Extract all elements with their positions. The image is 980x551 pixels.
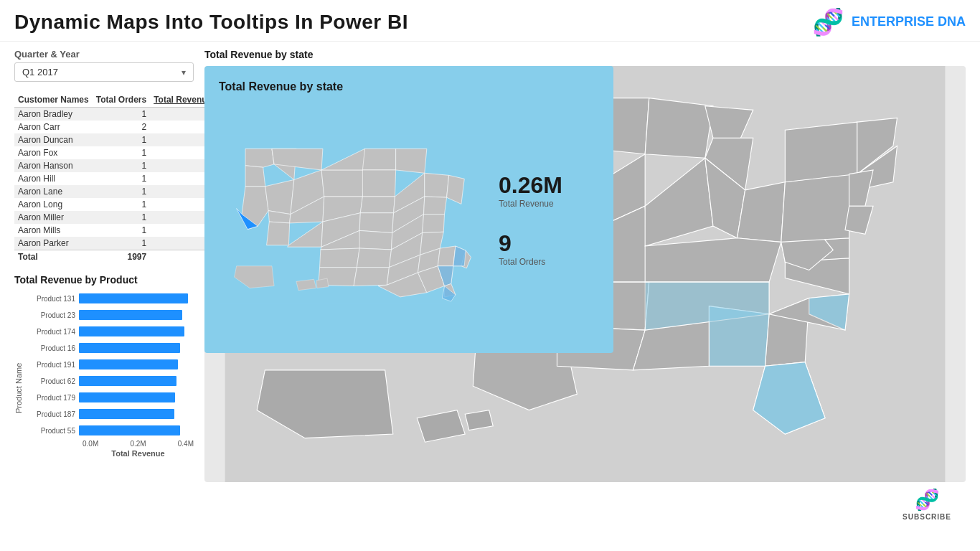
- bar-row: Product 62: [27, 374, 194, 388]
- order-count: 2: [93, 121, 150, 133]
- bar-track: [79, 425, 194, 435]
- col-customer-names: Customer Names: [14, 93, 93, 108]
- map-container: Total Revenue by state: [204, 66, 966, 482]
- svg-marker-40: [785, 122, 857, 182]
- x-label-0: 0.0M: [83, 440, 98, 448]
- bar-row: Product 179: [27, 390, 194, 405]
- header: Dynamic Maps Into Tooltips In Power BI 🧬…: [0, 0, 980, 42]
- tooltip-title: Total Revenue by state: [219, 80, 599, 93]
- table-row: Aaron Carr 2: [14, 121, 227, 133]
- bar-fill: [79, 293, 188, 303]
- table-total-row: Total 1997: [14, 250, 227, 264]
- svg-marker-54: [245, 166, 265, 187]
- page-title: Dynamic Maps Into Tooltips In Power BI: [14, 11, 408, 34]
- svg-marker-72: [359, 213, 393, 233]
- svg-marker-70: [362, 170, 395, 197]
- bar-fill: [79, 392, 175, 402]
- chart-area: Product Name Product 131 Product 23 Prod…: [14, 291, 194, 485]
- customer-name: Aaron Fox: [14, 146, 93, 159]
- order-count: 1: [93, 237, 150, 250]
- bar-fill: [79, 310, 182, 320]
- col-total-orders: Total Orders: [93, 93, 150, 108]
- bar-row: Product 191: [27, 357, 194, 372]
- bar-track: [79, 392, 194, 402]
- bar-rows: Product 131 Product 23 Product 174 Produ…: [27, 291, 194, 438]
- bar-label: Product 187: [27, 410, 79, 418]
- bar-label: Product 62: [27, 377, 79, 385]
- bar-track: [79, 343, 194, 353]
- order-count: 1: [93, 198, 150, 211]
- table-row: Aaron Miller 1: [14, 211, 227, 224]
- bar-fill: [79, 359, 178, 369]
- tooltip-stats: 0.26M Total Revenue 9 Total Orders: [484, 100, 599, 339]
- order-count: 1: [93, 172, 150, 185]
- table-row: Aaron Bradley 1: [14, 108, 227, 121]
- tooltip-body: 0.26M Total Revenue 9 Total Orders: [219, 100, 599, 339]
- svg-marker-78: [396, 149, 427, 173]
- bar-fill: [79, 326, 184, 336]
- table-row: Aaron Long 1: [14, 198, 227, 211]
- bar-label: Product 23: [27, 311, 79, 319]
- bar-track: [79, 359, 194, 369]
- bar-track: [79, 409, 194, 419]
- revenue-value: 0.26M: [499, 172, 599, 199]
- bar-row: Product 174: [27, 324, 194, 339]
- bar-row: Product 23: [27, 308, 194, 322]
- bar-track: [79, 310, 194, 320]
- bar-track: [79, 376, 194, 386]
- svg-marker-23: [645, 98, 713, 159]
- customer-name: Aaron Mills: [14, 224, 93, 237]
- quarter-year-dropdown[interactable]: Q1 2017 ▾: [14, 62, 194, 82]
- revenue-stat: 0.26M Total Revenue: [499, 172, 599, 209]
- svg-marker-61: [267, 222, 290, 245]
- customer-name: Aaron Parker: [14, 237, 93, 250]
- subscribe-area[interactable]: 🧬 SUBSCRIBE: [903, 488, 951, 521]
- svg-marker-87: [424, 197, 447, 215]
- bar-track: [79, 326, 194, 336]
- filter-value: Q1 2017: [22, 67, 58, 77]
- table-row: Aaron Mills 1: [14, 224, 227, 237]
- svg-marker-73: [359, 230, 392, 250]
- bar-fill: [79, 376, 176, 386]
- table-row: Aaron Fox 1: [14, 146, 227, 159]
- total-label: Total: [14, 250, 93, 264]
- bar-label: Product 191: [27, 361, 79, 369]
- filter-label: Quarter & Year: [14, 49, 194, 60]
- x-axis-title: Total Revenue: [27, 449, 194, 458]
- svg-marker-88: [423, 215, 445, 233]
- bar-fill: [79, 409, 174, 419]
- bar-fill: [79, 425, 180, 435]
- customer-name: Aaron Lane: [14, 185, 93, 198]
- svg-marker-64: [321, 170, 364, 197]
- bar-label: Product 174: [27, 328, 79, 336]
- customer-name: Aaron Hill: [14, 172, 93, 185]
- bar-label: Product 131: [27, 295, 79, 303]
- brand-text: ENTERPRISE: [852, 14, 938, 29]
- subscribe-label: SUBSCRIBE: [903, 513, 951, 521]
- customer-table: Customer Names Total Orders Total Revenu…: [14, 93, 227, 263]
- table-row: Aaron Lane 1: [14, 185, 227, 198]
- order-count: 1: [93, 133, 150, 146]
- svg-marker-85: [425, 173, 449, 197]
- logo-area: 🧬 ENTERPRISE DNA: [812, 7, 966, 37]
- brand-accent: DNA: [938, 14, 966, 29]
- brand-name: ENTERPRISE DNA: [852, 14, 966, 30]
- x-axis: 0.0M 0.2M 0.4M: [27, 440, 194, 448]
- svg-marker-76: [357, 248, 391, 268]
- bar-chart-title: Total Revenue by Product: [14, 274, 194, 286]
- customer-name: Aaron Carr: [14, 121, 93, 133]
- svg-marker-30: [645, 238, 781, 282]
- order-count: 1: [93, 224, 150, 237]
- subscribe-dna-icon: 🧬: [915, 488, 940, 512]
- order-count: 1: [93, 146, 150, 159]
- table-row: Aaron Duncan 1: [14, 133, 227, 146]
- customer-name: Aaron Miller: [14, 211, 93, 224]
- customer-name: Aaron Bradley: [14, 108, 93, 121]
- x-label-1: 0.2M: [130, 440, 146, 448]
- svg-marker-47: [465, 410, 493, 430]
- svg-marker-74: [320, 248, 360, 268]
- customer-name: Aaron Hanson: [14, 159, 93, 172]
- right-panel: Total Revenue by state: [204, 49, 966, 535]
- bar-label: Product 179: [27, 394, 79, 402]
- bar-fill: [79, 343, 180, 353]
